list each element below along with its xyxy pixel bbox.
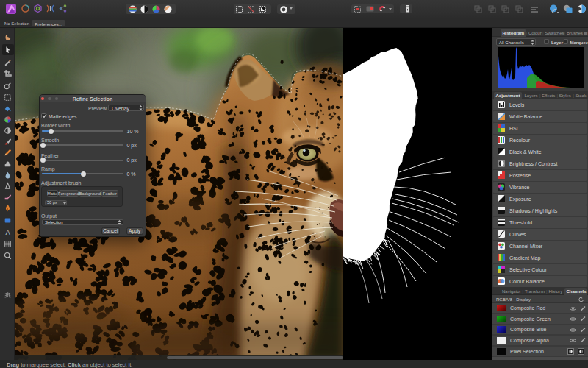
svg-text:A: A bbox=[5, 229, 10, 236]
